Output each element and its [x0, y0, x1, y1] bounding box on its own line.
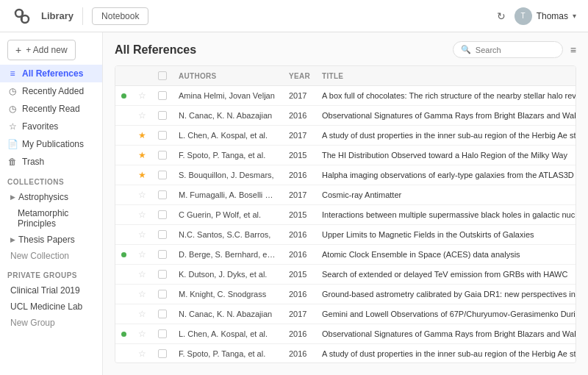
- table-row: ☆ N. Canac, K. N. Abazajian 2017 Gemini …: [115, 304, 576, 324]
- star-icon[interactable]: ☆: [138, 329, 146, 339]
- search-icon: 🔍: [461, 45, 471, 54]
- sidebar-item-favorites[interactable]: ☆ Favorites: [0, 118, 102, 135]
- sidebar-label-favorites: Favorites: [22, 121, 58, 132]
- search-input[interactable]: [476, 46, 555, 54]
- star-icon[interactable]: ☆: [138, 210, 146, 220]
- row-checkbox[interactable]: [152, 344, 173, 364]
- row-select-checkbox[interactable]: [158, 151, 167, 160]
- table-row: ☆ Amina Helmi, Jovan Veljan 2017 A box f…: [115, 86, 576, 106]
- row-star[interactable]: ☆: [132, 205, 152, 225]
- row-star[interactable]: ☆: [132, 265, 152, 285]
- sidebar-item-my-publications[interactable]: 📄 My Publications: [0, 135, 102, 153]
- new-collection-link[interactable]: New Collection: [0, 248, 102, 264]
- notebook-tab[interactable]: Notebook: [92, 7, 148, 25]
- row-checkbox[interactable]: [152, 245, 173, 265]
- row-year: 2016: [283, 106, 316, 126]
- row-checkbox[interactable]: [152, 185, 173, 205]
- star-icon[interactable]: ☆: [138, 90, 146, 101]
- star-icon[interactable]: ☆: [138, 110, 146, 121]
- row-star[interactable]: ☆: [132, 106, 152, 126]
- row-checkbox[interactable]: [152, 86, 173, 106]
- row-star[interactable]: ☆: [132, 86, 152, 106]
- sidebar-item-astrophysics[interactable]: ▶ Astrophysics: [0, 189, 102, 205]
- row-select-checkbox[interactable]: [158, 131, 167, 140]
- row-checkbox[interactable]: [152, 205, 173, 225]
- row-checkbox[interactable]: [152, 304, 173, 324]
- row-checkbox[interactable]: [152, 265, 173, 285]
- row-select-checkbox[interactable]: [158, 310, 167, 318]
- row-checkbox[interactable]: [152, 285, 173, 304]
- row-checkbox[interactable]: [152, 146, 173, 165]
- row-title: Upper Limits to Magnetic Fields in the O…: [316, 225, 576, 245]
- body: + + Add new ≡ All References ◷ Recently …: [0, 32, 588, 375]
- refresh-button[interactable]: ↻: [497, 10, 506, 22]
- new-group-link[interactable]: New Group: [0, 315, 102, 331]
- star-icon[interactable]: ☆: [138, 349, 146, 359]
- group-label-ucl: UCL Medicine Lab: [10, 301, 82, 312]
- table-row: ☆ K. Dutson, J. Dyks, et al. 2015 Search…: [115, 265, 576, 285]
- row-star[interactable]: ☆: [132, 304, 152, 324]
- sidebar-item-clinical-trial[interactable]: Clinical Trial 2019: [0, 282, 102, 299]
- row-checkbox[interactable]: [152, 126, 173, 146]
- star-icon[interactable]: ★: [138, 150, 146, 160]
- user-name: Thomas: [537, 11, 568, 21]
- row-authors: F. Spoto, P. Tanga, et al.: [173, 344, 283, 364]
- row-status: [115, 165, 132, 185]
- col-header-authors: AUTHORS: [173, 66, 283, 86]
- sidebar-item-all-references[interactable]: ≡ All References: [0, 65, 102, 82]
- row-star[interactable]: ☆: [132, 245, 152, 265]
- logo-icon: [12, 6, 32, 26]
- references-table-container: AUTHORS YEAR TITLE SOURCE ADDED ▼ FILE ☆: [115, 65, 576, 363]
- star-icon[interactable]: ☆: [138, 229, 146, 240]
- row-checkbox[interactable]: [152, 225, 173, 245]
- row-select-checkbox[interactable]: [158, 171, 167, 179]
- row-select-checkbox[interactable]: [158, 349, 167, 358]
- row-select-checkbox[interactable]: [158, 329, 167, 338]
- row-title: Interactions between multiple supermassi…: [316, 205, 576, 225]
- row-star[interactable]: ☆: [132, 324, 152, 344]
- row-star[interactable]: ☆: [132, 344, 152, 364]
- filter-icon[interactable]: ≡: [570, 44, 576, 56]
- row-star[interactable]: ☆: [132, 225, 152, 245]
- row-select-checkbox[interactable]: [158, 111, 167, 120]
- row-star[interactable]: ☆: [132, 285, 152, 304]
- add-new-button[interactable]: + + Add new: [7, 40, 76, 60]
- row-star[interactable]: ★: [132, 146, 152, 165]
- sidebar-item-ucl-medicine[interactable]: UCL Medicine Lab: [0, 299, 102, 315]
- row-checkbox[interactable]: [152, 106, 173, 126]
- row-authors: M. Knight, C. Snodgrass: [173, 285, 283, 304]
- star-icon[interactable]: ☆: [138, 269, 146, 279]
- sidebar-item-recently-added[interactable]: ◷ Recently Added: [0, 82, 102, 100]
- sidebar-item-trash[interactable]: 🗑 Trash: [0, 153, 102, 171]
- row-status: [115, 285, 132, 304]
- star-icon[interactable]: ☆: [138, 289, 146, 299]
- star-icon[interactable]: ☆: [138, 249, 146, 260]
- row-star[interactable]: ☆: [132, 185, 152, 205]
- row-select-checkbox[interactable]: [158, 290, 167, 299]
- sidebar-item-metamorphic[interactable]: Metamorphic Principles: [0, 205, 102, 232]
- row-select-checkbox[interactable]: [158, 230, 167, 239]
- row-authors: S. Bouquillon, J. Desmars,: [173, 165, 283, 185]
- row-checkbox[interactable]: [152, 324, 173, 344]
- row-select-checkbox[interactable]: [158, 210, 167, 219]
- trash-icon: 🗑: [7, 157, 18, 167]
- search-box[interactable]: 🔍: [453, 41, 563, 58]
- row-select-checkbox[interactable]: [158, 250, 167, 259]
- star-icon[interactable]: ☆: [138, 309, 146, 319]
- row-select-checkbox[interactable]: [158, 91, 167, 100]
- row-select-checkbox[interactable]: [158, 190, 167, 199]
- user-menu[interactable]: T Thomas ▾: [514, 7, 576, 25]
- select-all-checkbox[interactable]: [158, 71, 167, 80]
- sidebar-item-recently-read[interactable]: ◷ Recently Read: [0, 100, 102, 118]
- star-icon[interactable]: ★: [138, 170, 146, 180]
- star-icon[interactable]: ★: [138, 130, 146, 140]
- row-select-checkbox[interactable]: [158, 270, 167, 279]
- sidebar-item-thesis-papers[interactable]: ▶ Thesis Papers: [0, 232, 102, 248]
- col-header-title: TITLE: [316, 66, 576, 86]
- group-label-clinical: Clinical Trial 2019: [10, 285, 80, 296]
- star-icon[interactable]: ☆: [138, 190, 146, 200]
- row-star[interactable]: ★: [132, 165, 152, 185]
- row-checkbox[interactable]: [152, 165, 173, 185]
- row-star[interactable]: ★: [132, 126, 152, 146]
- row-authors: N. Canac, K. N. Abazajian: [173, 106, 283, 126]
